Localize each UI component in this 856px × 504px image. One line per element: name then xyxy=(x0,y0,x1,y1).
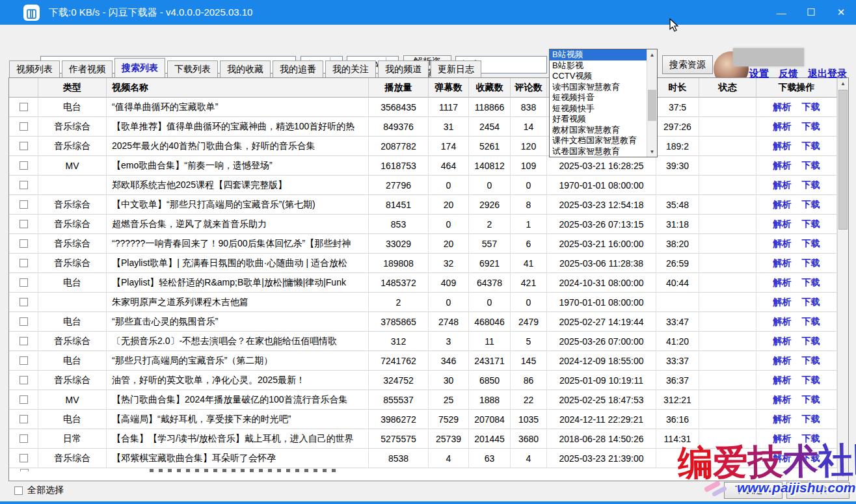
column-header[interactable]: 播放量 xyxy=(369,78,429,98)
parse-link[interactable]: 解析 xyxy=(773,199,792,211)
parse-link[interactable]: 解析 xyxy=(773,297,792,308)
download-link[interactable]: 下载 xyxy=(802,238,820,250)
close-button[interactable]: ✕ xyxy=(826,0,856,25)
row-checkbox[interactable] xyxy=(20,298,28,306)
download-link[interactable]: 下载 xyxy=(802,219,820,230)
source-option[interactable]: B站影视 xyxy=(550,60,657,72)
parse-link[interactable]: 解析 xyxy=(773,238,792,250)
select-all-checkbox[interactable] xyxy=(14,486,23,495)
download-link[interactable]: 下载 xyxy=(802,121,820,133)
source-option[interactable]: 短视频快手 xyxy=(550,103,657,114)
row-checkbox[interactable] xyxy=(20,356,28,365)
download-link[interactable]: 下载 xyxy=(802,101,820,113)
tab-2[interactable]: 作者视频 xyxy=(62,60,113,77)
tab-9[interactable]: 更新日志 xyxy=(431,60,481,77)
parse-link[interactable]: 解析 xyxy=(773,336,792,347)
row-checkbox[interactable] xyxy=(20,278,28,287)
row-checkbox[interactable] xyxy=(20,122,28,131)
column-header[interactable]: 视频名称 xyxy=(107,78,369,98)
row-checkbox[interactable] xyxy=(20,259,28,267)
parse-link[interactable]: 解析 xyxy=(773,375,792,386)
column-header[interactable]: 状态 xyxy=(699,78,756,98)
download-link[interactable]: 下载 xyxy=(802,316,820,328)
parse-link[interactable]: 解析 xyxy=(773,160,792,172)
column-header[interactable]: 评论数 xyxy=(511,78,547,98)
source-option[interactable]: 试卷国家智慧教育 xyxy=(550,146,657,157)
parse-link[interactable]: 解析 xyxy=(773,101,792,113)
row-checkbox[interactable] xyxy=(20,434,28,443)
parse-link[interactable]: 解析 xyxy=(773,355,792,367)
parse-link[interactable]: 解析 xyxy=(773,277,792,289)
column-header[interactable]: 弹幕数 xyxy=(429,78,469,98)
parse-link[interactable]: 解析 xyxy=(773,140,792,152)
download-link[interactable]: 下载 xyxy=(802,258,820,269)
parse-link[interactable]: 解析 xyxy=(773,316,792,328)
parse-link[interactable]: 解析 xyxy=(773,394,792,406)
row-checkbox[interactable] xyxy=(20,415,28,423)
row-checkbox[interactable] xyxy=(20,161,28,170)
tab-1[interactable]: 视频列表 xyxy=(9,60,60,77)
cell-favorites: 5261 xyxy=(469,137,511,156)
download-link[interactable]: 下载 xyxy=(802,179,820,191)
parse-link[interactable]: 解析 xyxy=(773,414,792,425)
tab-4[interactable]: 下载列表 xyxy=(167,60,218,77)
cell-plays: 3568435 xyxy=(369,98,429,117)
source-option[interactable]: 好看视频 xyxy=(550,114,657,125)
dropdown-scrollbar[interactable]: ▲ ▼ xyxy=(647,49,657,157)
column-header[interactable]: 类型 xyxy=(38,78,107,98)
source-option[interactable]: 读书国家智慧教育 xyxy=(550,82,657,93)
column-header[interactable]: 时长 xyxy=(656,78,699,98)
column-header[interactable]: 收藏数 xyxy=(469,78,511,98)
settings-link[interactable]: 设置 xyxy=(749,68,769,80)
download-link[interactable]: 下载 xyxy=(802,375,820,386)
table-scrollbar[interactable]: ▲ ▼ xyxy=(837,78,848,481)
download-link[interactable]: 下载 xyxy=(802,199,820,211)
source-option[interactable]: 教材国家智慧教育 xyxy=(550,125,657,136)
row-checkbox[interactable] xyxy=(20,395,28,404)
download-link[interactable]: 下载 xyxy=(802,414,820,425)
row-checkbox[interactable] xyxy=(20,200,28,209)
row-checkbox[interactable] xyxy=(20,142,28,150)
download-link[interactable]: 下载 xyxy=(802,394,820,406)
download-link[interactable]: 下载 xyxy=(802,355,820,367)
download-link[interactable]: 下载 xyxy=(802,297,820,308)
cell-name: “值得单曲循环的宝藏歌单” xyxy=(107,98,369,117)
source-option[interactable]: B站视频 xyxy=(550,49,657,60)
download-link[interactable]: 下载 xyxy=(802,160,820,172)
parse-link[interactable]: 解析 xyxy=(773,219,792,230)
scrollbar-thumb[interactable] xyxy=(648,90,656,121)
search-resource-button[interactable]: 搜索资源 xyxy=(662,55,713,74)
download-link[interactable]: 下载 xyxy=(802,336,820,347)
minimize-button[interactable]: — xyxy=(766,0,796,25)
download-link[interactable]: 下载 xyxy=(802,140,820,152)
cell-duration: 31:18 xyxy=(656,215,699,234)
tab-7[interactable]: 我的关注 xyxy=(325,60,376,77)
row-checkbox[interactable] xyxy=(20,337,28,345)
row-checkbox[interactable] xyxy=(20,376,28,384)
scrollbar-thumb[interactable] xyxy=(838,90,848,230)
row-checkbox[interactable] xyxy=(20,103,28,111)
scroll-up-icon[interactable]: ▲ xyxy=(647,49,657,60)
cell-status xyxy=(699,98,756,117)
parse-link[interactable]: 解析 xyxy=(773,121,792,133)
row-checkbox[interactable] xyxy=(20,317,28,326)
source-option[interactable]: 课件文档国家智慧教育 xyxy=(550,135,657,146)
parse-link[interactable]: 解析 xyxy=(773,179,792,191)
row-checkbox[interactable] xyxy=(20,239,28,248)
tab-8[interactable]: 我的频道 xyxy=(378,60,429,77)
tab-3[interactable]: 搜索列表 xyxy=(114,58,165,77)
logout-link[interactable]: 退出登录 xyxy=(808,68,847,80)
source-option[interactable]: CCTV视频 xyxy=(550,71,657,82)
source-option[interactable]: 短视频抖音 xyxy=(550,92,657,103)
row-checkbox[interactable] xyxy=(20,181,28,189)
maximize-button[interactable]: ☐ xyxy=(796,0,826,25)
row-checkbox[interactable] xyxy=(20,220,28,228)
download-link[interactable]: 下载 xyxy=(802,277,820,289)
parse-link[interactable]: 解析 xyxy=(773,258,792,269)
feedback-link[interactable]: 反馈 xyxy=(779,68,798,80)
column-header[interactable]: 下载操作 xyxy=(756,78,837,98)
scroll-down-icon[interactable]: ▼ xyxy=(647,146,657,157)
row-checkbox[interactable] xyxy=(20,454,28,462)
tab-6[interactable]: 我的追番 xyxy=(273,60,323,77)
tab-5[interactable]: 我的收藏 xyxy=(220,60,271,77)
